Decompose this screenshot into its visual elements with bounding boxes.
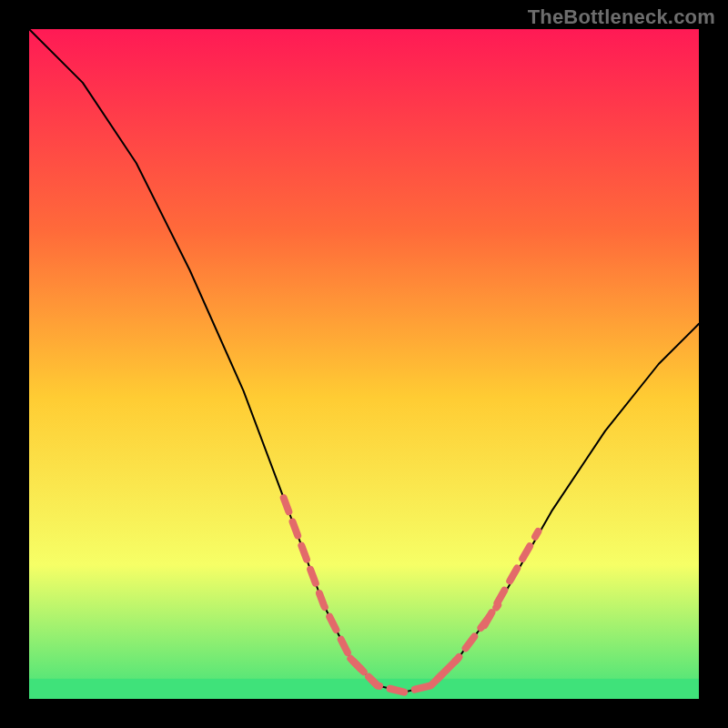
plot-area [29, 29, 699, 699]
gradient-background [29, 29, 699, 699]
chart-frame: TheBottleneck.com [0, 0, 728, 728]
chart-svg [29, 29, 699, 699]
watermark-text: TheBottleneck.com [528, 5, 715, 29]
green-bottom-band [29, 679, 699, 699]
